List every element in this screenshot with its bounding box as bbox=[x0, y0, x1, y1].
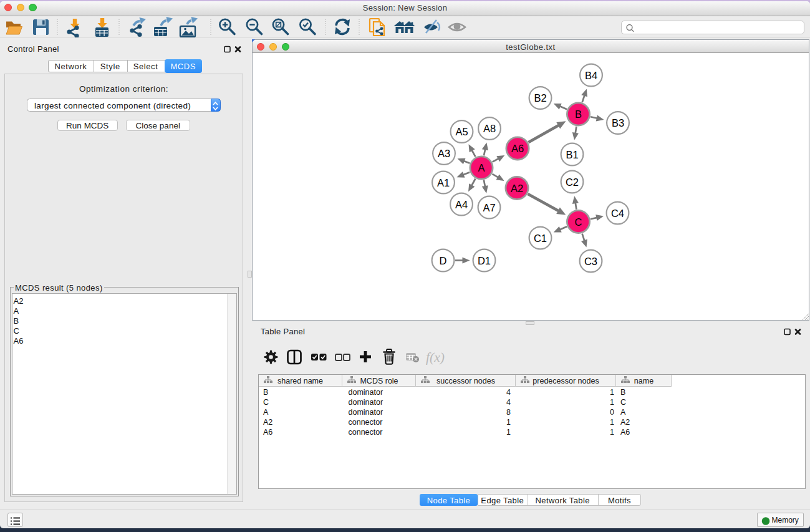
svg-text:A4: A4 bbox=[455, 199, 468, 210]
svg-text:A3: A3 bbox=[438, 148, 450, 159]
svg-text:A7: A7 bbox=[483, 202, 495, 213]
svg-text:B3: B3 bbox=[612, 117, 624, 128]
svg-text:C3: C3 bbox=[584, 256, 597, 267]
svg-text:D1: D1 bbox=[478, 255, 491, 266]
svg-text:A8: A8 bbox=[483, 123, 496, 134]
svg-text:D: D bbox=[440, 255, 447, 266]
svg-text:B4: B4 bbox=[585, 70, 597, 81]
svg-text:A2: A2 bbox=[511, 183, 523, 194]
svg-text:C2: C2 bbox=[566, 177, 579, 188]
svg-text:A: A bbox=[478, 162, 485, 173]
svg-text:B: B bbox=[575, 109, 582, 120]
svg-text:C1: C1 bbox=[534, 233, 547, 244]
svg-text:A1: A1 bbox=[437, 177, 450, 188]
svg-text:A6: A6 bbox=[511, 143, 524, 154]
svg-text:C: C bbox=[575, 216, 582, 228]
svg-text:A5: A5 bbox=[455, 126, 468, 137]
svg-text:f(x): f(x) bbox=[426, 350, 445, 365]
svg-text:C4: C4 bbox=[611, 208, 624, 219]
svg-text:B2: B2 bbox=[534, 92, 546, 104]
svg-text:B1: B1 bbox=[566, 149, 578, 160]
